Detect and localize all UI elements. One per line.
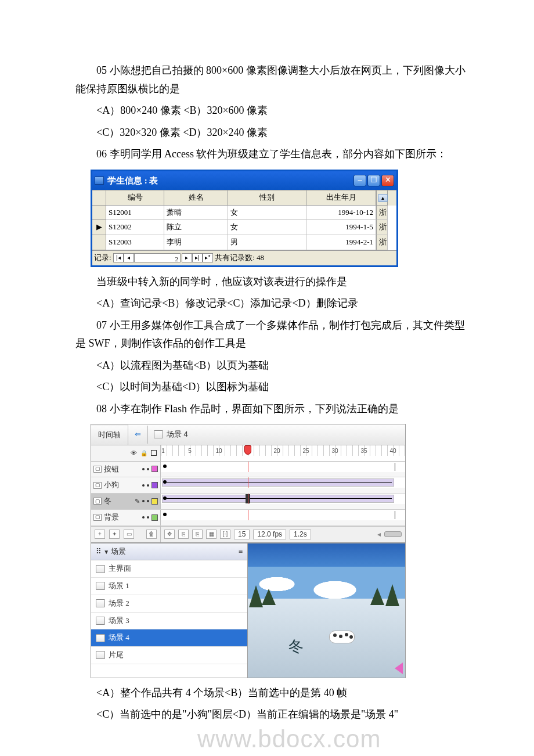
- cell-dob[interactable]: 1994-1-5: [306, 220, 376, 235]
- nav-current-record[interactable]: 2: [134, 253, 181, 262]
- color-swatch[interactable]: [151, 514, 158, 521]
- keyframe-icon[interactable]: [163, 513, 167, 516]
- scroll-up-button[interactable]: ▴: [376, 190, 388, 206]
- lock-dot[interactable]: [147, 516, 149, 519]
- onion-outline-button[interactable]: ⎘: [192, 530, 203, 539]
- eye-dot[interactable]: [142, 516, 145, 519]
- edit-multiple-button[interactable]: ▦: [206, 530, 217, 539]
- scene-item-label: 片尾: [109, 649, 124, 662]
- layer-track[interactable]: [161, 477, 405, 488]
- nav-last-button[interactable]: ▸|: [192, 253, 203, 262]
- cell-id[interactable]: S12002: [106, 220, 164, 235]
- center-frame-button[interactable]: ✥: [164, 530, 175, 539]
- scroll-thumb[interactable]: [384, 531, 402, 537]
- back-button[interactable]: ⇐: [128, 426, 148, 444]
- add-folder-button[interactable]: ▭: [124, 530, 134, 539]
- eye-dot[interactable]: [142, 500, 145, 502]
- scene-item[interactable]: 场景 3: [91, 613, 247, 630]
- timeline-toolbar: + ✦ ▭ 🗑 ✥ ⎘ ⎘ ▦ [·] 15 12.0 fps 1.2s ◂: [91, 526, 405, 543]
- scene-icon: [96, 582, 105, 590]
- delete-layer-button[interactable]: 🗑: [146, 530, 157, 539]
- scene-item[interactable]: 场景 1: [91, 578, 247, 595]
- col-id[interactable]: 编号: [106, 190, 164, 206]
- keyframe-icon[interactable]: [163, 465, 167, 468]
- add-guide-button[interactable]: ✦: [109, 530, 120, 539]
- minimize-button[interactable]: –: [353, 175, 366, 186]
- layer-row[interactable]: ▢ 背景: [91, 510, 405, 526]
- layer-track[interactable]: [161, 494, 405, 504]
- tree-graphic: [249, 585, 263, 607]
- onion-skin-button[interactable]: ⎘: [178, 530, 189, 539]
- lock-dot[interactable]: [147, 500, 149, 502]
- scene-item[interactable]: 场景 4: [91, 629, 247, 647]
- scene-item-label: 主界面: [109, 562, 131, 575]
- scroll-left-button[interactable]: ◂: [377, 528, 381, 541]
- lock-dot[interactable]: [147, 484, 149, 487]
- maximize-button[interactable]: ☐: [367, 175, 380, 186]
- modify-markers-button[interactable]: [·]: [220, 530, 230, 539]
- eye-dot[interactable]: [142, 484, 145, 487]
- eye-column-icon[interactable]: [131, 447, 137, 460]
- cell-sex[interactable]: 女: [228, 206, 306, 221]
- flash-topbar: 时间轴 ⇐ 场景 4: [91, 424, 405, 445]
- scene-icon: [96, 651, 105, 659]
- col-dob[interactable]: 出生年月: [306, 190, 376, 206]
- cell-id[interactable]: S12003: [106, 235, 164, 250]
- next-scene-arrow-icon[interactable]: [395, 663, 403, 674]
- row-selector[interactable]: [92, 235, 106, 250]
- tree-graphic: [370, 588, 384, 605]
- col-sex[interactable]: 性别: [228, 190, 306, 206]
- eye-dot[interactable]: [142, 468, 145, 470]
- tree-graphic: [262, 589, 276, 605]
- cell-name[interactable]: 李明: [164, 235, 228, 250]
- stage-text[interactable]: 冬: [288, 633, 304, 660]
- nav-next-button[interactable]: ▸: [182, 253, 192, 262]
- col-name[interactable]: 姓名: [164, 190, 228, 206]
- cell-name[interactable]: 陈立: [164, 220, 228, 235]
- tab-timeline[interactable]: 时间轴: [91, 424, 128, 445]
- cell-dob[interactable]: 1994-10-12: [306, 206, 376, 221]
- row-selector[interactable]: ▶: [92, 220, 106, 235]
- outline-column-icon[interactable]: [151, 450, 157, 456]
- scene-item[interactable]: 主界面: [91, 560, 247, 578]
- lock-column-icon[interactable]: [140, 447, 147, 460]
- tween-span[interactable]: [162, 495, 394, 503]
- table-row[interactable]: ▶ S12002 陈立 女 1994-1-5 浙江: [92, 220, 396, 235]
- panel-menu-button[interactable]: ≡: [239, 545, 243, 559]
- close-button[interactable]: ✕: [381, 175, 394, 186]
- scene-item[interactable]: 场景 2: [91, 595, 247, 613]
- tween-span[interactable]: [162, 478, 394, 487]
- dog-graphic[interactable]: [329, 631, 355, 643]
- add-layer-button[interactable]: +: [95, 530, 105, 539]
- color-swatch[interactable]: [151, 466, 158, 472]
- table-row[interactable]: S12003 李明 男 1994-2-1 浙江 ▾: [92, 235, 396, 250]
- cell-id[interactable]: S12001: [106, 206, 164, 221]
- nav-prev-button[interactable]: ◂: [124, 253, 134, 262]
- access-titlebar[interactable]: 学生信息 : 表 – ☐ ✕: [92, 171, 396, 190]
- stage-canvas[interactable]: 冬: [248, 543, 405, 678]
- layer-track[interactable]: [161, 462, 405, 472]
- scene-panel-header[interactable]: ⠿ ▼ 场景 ≡: [91, 543, 247, 561]
- playhead[interactable]: [244, 445, 251, 455]
- table-row[interactable]: S12001 萧晴 女 1994-10-12 浙江: [92, 206, 396, 221]
- layer-row[interactable]: ▢ 冬 ✎: [91, 494, 405, 510]
- scroll-down-button[interactable]: 浙江 ▾: [376, 235, 388, 250]
- nav-new-button[interactable]: ▸*: [203, 253, 213, 262]
- cell-dob[interactable]: 1994-2-1: [306, 235, 376, 250]
- cell-sex[interactable]: 男: [228, 235, 306, 250]
- layer-row[interactable]: ▢ 按钮: [91, 462, 405, 478]
- q07-optAB: <A）以流程图为基础<B）以页为基础: [75, 357, 470, 375]
- row-selector[interactable]: [92, 206, 106, 221]
- nav-first-button[interactable]: |◂: [113, 253, 124, 262]
- cell-name[interactable]: 萧晴: [164, 206, 228, 221]
- layer-track[interactable]: [161, 510, 405, 520]
- frame-scale[interactable]: 1 5 10 15 20 25 30 35 40: [161, 445, 405, 456]
- cell-sex[interactable]: 女: [228, 220, 306, 235]
- scene-item[interactable]: 片尾: [91, 647, 247, 664]
- current-scene-label[interactable]: 场景 4: [148, 426, 194, 444]
- lock-dot[interactable]: [147, 468, 149, 470]
- color-swatch[interactable]: [151, 498, 158, 505]
- layer-row[interactable]: ▢ 小狗: [91, 477, 405, 494]
- snow-graphic: [248, 599, 405, 678]
- color-swatch[interactable]: [151, 482, 158, 488]
